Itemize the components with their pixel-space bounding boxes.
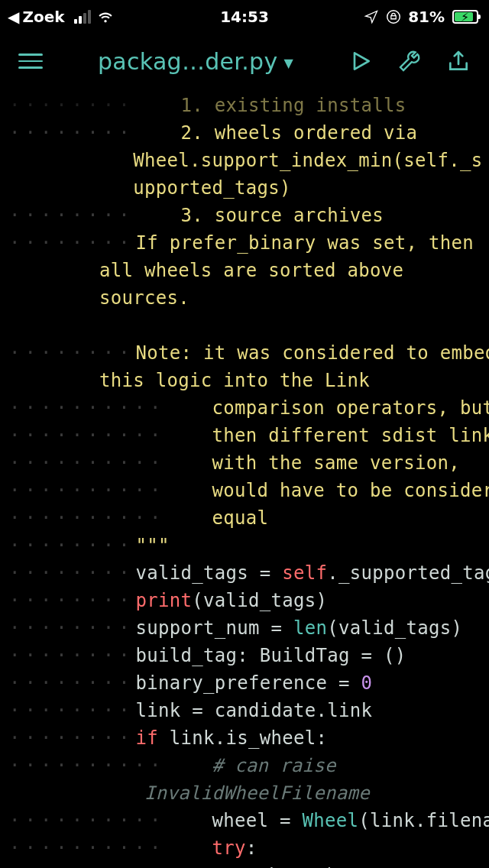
export-icon[interactable] bbox=[446, 49, 471, 73]
code-text: Note: it was considered to embed bbox=[136, 339, 489, 367]
code-text: Wheel.support_index_min(self._s bbox=[133, 147, 482, 174]
cellular-signal-icon bbox=[74, 10, 91, 24]
code-comment: InvalidWheelFilename bbox=[144, 779, 370, 807]
code-text: support_num = bbox=[136, 614, 294, 642]
code-text: with the same version, bbox=[212, 449, 460, 477]
status-right-group: 81% ⚡︎ bbox=[364, 8, 478, 26]
run-icon[interactable] bbox=[348, 49, 373, 73]
code-text: if bbox=[136, 724, 159, 752]
wifi-icon bbox=[97, 8, 114, 25]
code-text: wheel = bbox=[212, 807, 303, 834]
code-text: print bbox=[136, 587, 193, 614]
filename-label: packag…der.py bbox=[98, 48, 278, 75]
code-text: this logic into the Link bbox=[99, 367, 370, 394]
code-text: upported_tags) bbox=[133, 174, 291, 202]
editor-toolbar: packag…der.py ▼ bbox=[0, 34, 489, 89]
orientation-lock-icon bbox=[385, 8, 402, 25]
code-text: binary_preference = bbox=[136, 669, 361, 697]
filename-dropdown[interactable]: packag…der.py ▼ bbox=[98, 48, 293, 75]
code-text: then different sdist links bbox=[212, 422, 490, 449]
toolbar-actions bbox=[348, 49, 471, 73]
charging-bolt-icon: ⚡︎ bbox=[461, 10, 469, 24]
back-app-label[interactable]: Zoek bbox=[22, 8, 64, 26]
code-text: link = candidate.link bbox=[136, 697, 373, 724]
code-text: would have to be considered bbox=[212, 477, 490, 504]
code-viewport[interactable]: ········ 1. existing installs ········ 2… bbox=[0, 89, 489, 868]
battery-icon: ⚡︎ bbox=[452, 10, 478, 24]
code-text: pri = -( bbox=[243, 862, 333, 868]
code-text: all wheels are sorted above bbox=[99, 257, 403, 284]
location-icon bbox=[364, 9, 379, 24]
code-text: valid_tags = bbox=[136, 559, 283, 587]
code-comment: # can raise bbox=[212, 752, 336, 779]
code-text: comparison operators, but bbox=[212, 394, 490, 422]
wrench-icon[interactable] bbox=[397, 49, 422, 73]
code-text: 1. existing installs bbox=[181, 92, 406, 119]
code-text: sources. bbox=[99, 284, 189, 312]
back-caret-icon[interactable]: ◀ bbox=[8, 8, 19, 26]
code-text: equal bbox=[212, 504, 269, 532]
code-text: try bbox=[212, 834, 246, 862]
code-text: If prefer_binary was set, then bbox=[136, 229, 474, 257]
code-text: 3. source archives bbox=[181, 202, 384, 229]
clock: 14:53 bbox=[220, 8, 269, 26]
battery-percent: 81% bbox=[408, 8, 445, 26]
ios-status-bar: ◀ Zoek 14:53 81% ⚡︎ bbox=[0, 0, 489, 34]
status-left-group: ◀ Zoek bbox=[8, 8, 114, 26]
code-text: 2. wheels ordered via bbox=[181, 119, 418, 147]
code-text: """ bbox=[136, 532, 170, 559]
code-text: build_tag: BuildTag = bbox=[136, 642, 384, 669]
chevron-down-icon: ▼ bbox=[283, 56, 293, 70]
svg-point-0 bbox=[387, 11, 400, 24]
hamburger-menu-icon[interactable] bbox=[18, 53, 43, 69]
